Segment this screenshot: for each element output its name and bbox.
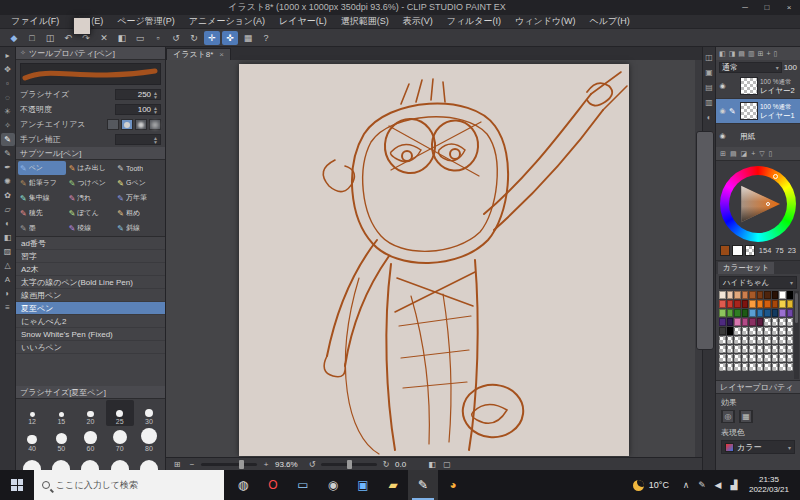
layer-opacity-value[interactable]: 100 <box>784 63 797 72</box>
color-swatch[interactable] <box>742 318 749 326</box>
brush-size-preset[interactable]: 12 <box>18 400 46 426</box>
color-swatch[interactable] <box>749 354 756 362</box>
pen-tray-icon[interactable]: ✎ <box>694 480 710 490</box>
subtool-arame[interactable]: ✎ 粗め <box>115 206 163 220</box>
aa-weak-option[interactable] <box>121 119 133 130</box>
sub-color-swatch[interactable] <box>732 245 742 256</box>
rotate-left-icon[interactable]: ↺ <box>306 460 318 469</box>
color-swatch[interactable] <box>787 309 794 317</box>
color-swatch[interactable] <box>787 336 794 344</box>
aa-strong-option[interactable] <box>149 119 161 130</box>
photos-app-icon[interactable]: ▣ <box>348 470 378 500</box>
color-swatch[interactable] <box>779 327 786 335</box>
magic-wand-tool-icon[interactable]: ✳ <box>1 105 15 118</box>
color-swatch[interactable] <box>779 300 786 308</box>
color-swatch[interactable] <box>719 327 726 335</box>
color-swatch[interactable] <box>757 354 764 362</box>
gradient-tool-icon[interactable]: ▨ <box>1 245 15 258</box>
color-swatch[interactable] <box>757 291 764 299</box>
layer-menu-icon[interactable]: ▯ <box>773 50 777 58</box>
color-swatch[interactable] <box>779 354 786 362</box>
color-swatch[interactable] <box>772 327 779 335</box>
layer-property-dock-icon[interactable]: ▥ <box>705 98 713 107</box>
color-swatch[interactable] <box>719 345 726 353</box>
brush-size-preset[interactable]: 50 <box>47 427 75 453</box>
clip-studio-paint-icon[interactable]: ✎ <box>408 470 438 500</box>
brush-size-preset[interactable]: 20 <box>76 400 104 426</box>
canvas-vertical-scrollbar[interactable] <box>695 60 702 457</box>
color-swatch[interactable] <box>719 363 726 371</box>
color-swatch[interactable] <box>742 300 749 308</box>
color-swatch[interactable] <box>764 363 771 371</box>
brush-size-preset[interactable] <box>135 454 163 470</box>
weather-widget[interactable]: 10°C <box>624 480 678 491</box>
color-swatch[interactable] <box>742 336 749 344</box>
pen-list-item[interactable]: 線画用ペン <box>16 289 165 302</box>
balloon-tool-icon[interactable]: ◗ <box>1 287 15 300</box>
save-icon[interactable]: ◫ <box>42 31 58 45</box>
brush-size-preset[interactable]: 40 <box>18 427 46 453</box>
color-swatch[interactable] <box>734 345 741 353</box>
color-swatch[interactable] <box>764 291 771 299</box>
color-swatch[interactable] <box>764 336 771 344</box>
close-button[interactable]: × <box>778 0 800 15</box>
color-swatch[interactable] <box>787 327 794 335</box>
brush-size-preset[interactable] <box>106 454 134 470</box>
reset-view-icon[interactable]: ▢ <box>441 460 453 469</box>
menu-item[interactable]: 選択範囲(S) <box>334 15 396 28</box>
contacts-app-icon[interactable]: ◉ <box>318 470 348 500</box>
taskbar-search[interactable]: ここに入力して検索 <box>34 470 224 500</box>
brush-size-preset[interactable] <box>76 454 104 470</box>
pen-list-item[interactable]: ad番号 <box>16 237 165 250</box>
main-color-swatch[interactable] <box>720 245 730 256</box>
brush-size-preset[interactable]: 25 <box>106 400 134 426</box>
menu-item[interactable]: アニメーション(A) <box>182 15 272 28</box>
レイヤー2[interactable]: ◉ 100 %通常 レイヤー2 <box>716 74 800 99</box>
clip-studio-home-icon[interactable]: ◆ <box>6 31 22 45</box>
lasso-tool-icon[interactable]: ◌ <box>1 91 15 104</box>
explorer-icon[interactable]: ▰ <box>378 470 408 500</box>
subtool-tooth[interactable]: ✎ Tooth <box>115 161 163 175</box>
color-swatch[interactable] <box>779 336 786 344</box>
transform-icon[interactable]: ▭ <box>132 31 148 45</box>
color-swatch[interactable] <box>757 345 764 353</box>
merge-layer-icon[interactable]: ◪ <box>741 150 748 158</box>
color-swatch[interactable] <box>749 327 756 335</box>
color-swatch[interactable] <box>764 318 771 326</box>
color-swatch[interactable] <box>764 300 771 308</box>
subtool-ryousen[interactable]: ✎ 稜線 <box>67 221 115 235</box>
visibility-eye-icon[interactable]: ◉ <box>718 107 727 115</box>
subtool-shasen[interactable]: ✎ 斜線 <box>115 221 163 235</box>
color-swatch[interactable] <box>734 300 741 308</box>
pen-list-item[interactable]: いいろペン <box>16 341 165 354</box>
color-swatch[interactable] <box>749 336 756 344</box>
help-icon[interactable]: ? <box>258 31 274 45</box>
layer-palette-icon[interactable]: + <box>766 50 770 57</box>
color-swatch[interactable] <box>764 354 771 362</box>
brush-size-preset[interactable]: 70 <box>106 427 134 453</box>
canvas[interactable] <box>239 64 629 456</box>
zoom-slider[interactable] <box>201 463 257 466</box>
delete-icon[interactable]: ✕ <box>96 31 112 45</box>
decoration-tool-icon[interactable]: ✿ <box>1 189 15 202</box>
color-swatch[interactable] <box>757 318 764 326</box>
color-swatch[interactable] <box>787 318 794 326</box>
subtool-sumi[interactable]: ✎ 墨 <box>18 221 66 235</box>
color-swatch[interactable] <box>727 336 734 344</box>
eraser-tool-icon[interactable]: ▱ <box>1 203 15 216</box>
color-swatch[interactable] <box>772 345 779 353</box>
transfer-layer-icon[interactable]: ▽ <box>759 150 764 158</box>
color-set-tab[interactable]: カラーセット <box>718 262 774 274</box>
color-swatch[interactable] <box>779 363 786 371</box>
color-swatch[interactable] <box>727 291 734 299</box>
hidden-icons-chevron[interactable]: ∧ <box>678 480 694 490</box>
subtool-pen[interactable]: ✎ ペン <box>18 161 66 175</box>
menu-item[interactable]: ヘルプ(H) <box>583 15 637 28</box>
start-button[interactable] <box>0 470 34 500</box>
border-effect-icon[interactable]: ◎ <box>721 410 735 423</box>
new-canvas-icon[interactable]: □ <box>24 31 40 45</box>
subtool-gpen[interactable]: ✎ Gペン <box>115 176 163 190</box>
taskbar-clock[interactable]: 21:35 2022/03/21 <box>742 475 796 495</box>
color-swatch[interactable] <box>749 309 756 317</box>
opera-icon[interactable]: O <box>258 470 288 500</box>
